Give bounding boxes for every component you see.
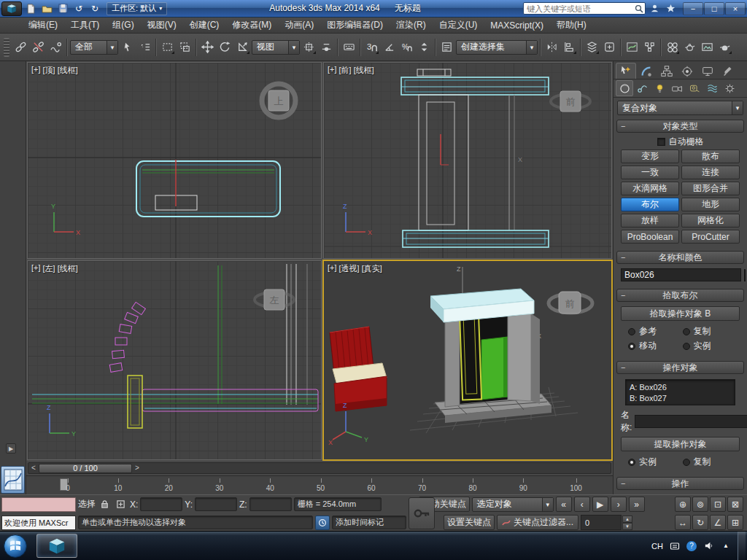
save-file-icon[interactable]	[55, 2, 70, 15]
redo-icon[interactable]: ↻	[88, 2, 102, 15]
z-coordinate-field[interactable]	[249, 497, 292, 511]
minimize-button[interactable]: −	[683, 2, 703, 15]
button-shapemerge[interactable]: 图形合并	[681, 182, 740, 195]
button-procutter[interactable]: ProCutter	[681, 230, 740, 244]
edit-named-sets-icon[interactable]	[438, 39, 455, 55]
language-indicator[interactable]: CH	[651, 542, 663, 551]
radio-copy[interactable]: 复制	[683, 325, 733, 338]
subtab-cameras[interactable]	[668, 80, 686, 96]
render-production-icon[interactable]	[716, 39, 733, 55]
subtab-lights[interactable]	[651, 80, 668, 96]
selection-lock-icon[interactable]	[98, 497, 112, 511]
select-and-link-icon[interactable]	[12, 39, 29, 55]
subtab-helpers[interactable]	[686, 80, 703, 96]
render-setup-icon[interactable]	[681, 39, 698, 55]
bind-to-spacewarp-icon[interactable]	[47, 39, 64, 55]
new-scene-icon[interactable]	[23, 2, 38, 15]
select-by-name-icon[interactable]	[136, 39, 153, 55]
align-icon[interactable]	[561, 39, 578, 55]
viewport-menu-button[interactable]: [+]	[31, 263, 41, 274]
start-button[interactable]	[1, 532, 29, 560]
tab-modify[interactable]	[636, 63, 657, 79]
button-boolean[interactable]: 布尔	[621, 198, 679, 211]
subtab-systems[interactable]	[721, 80, 738, 96]
rollout-operands-header[interactable]: − 操作对象	[616, 361, 744, 374]
time-slider-handle[interactable]: 0 / 100	[39, 464, 132, 473]
operand-row[interactable]: A: Box026	[627, 381, 733, 392]
go-to-end-button[interactable]: »	[629, 497, 645, 512]
spinner-snap-icon[interactable]	[416, 39, 433, 55]
volume-icon[interactable]	[703, 540, 714, 552]
object-name-input[interactable]	[621, 268, 741, 281]
viewport-left[interactable]: 左 Z Y [+] [左] [线框]	[28, 261, 321, 459]
spinner-down-icon[interactable]: ▼	[622, 523, 632, 530]
rollout-operation-header[interactable]: − 操作	[616, 477, 744, 490]
operand-name-input[interactable]	[635, 415, 747, 428]
set-key-button[interactable]: 设置关键点	[444, 515, 495, 530]
macro-recorder-field[interactable]	[1, 497, 76, 512]
fov-icon[interactable]: ∠	[710, 515, 726, 530]
spinner-up-icon[interactable]: ▲	[622, 516, 632, 523]
menu-maxscript[interactable]: MAXScript(X)	[484, 18, 550, 33]
menu-views[interactable]: 视图(V)	[141, 17, 183, 34]
time-next-button[interactable]: >	[132, 463, 142, 473]
radio-extract-copy[interactable]: 复制	[683, 456, 733, 468]
angle-snap-icon[interactable]	[381, 39, 398, 55]
subtab-shapes[interactable]	[633, 80, 651, 96]
pick-operand-b-button[interactable]: 拾取操作对象 B	[621, 306, 740, 321]
snap-toggle-icon[interactable]: 3	[363, 39, 380, 55]
tray-up-arrow-icon[interactable]: ▲	[720, 540, 732, 552]
operands-listbox[interactable]: A: Box026 B: Box027	[625, 379, 735, 405]
rendered-frame-icon[interactable]	[699, 39, 716, 55]
viewport-name-button[interactable]: [左]	[43, 263, 55, 274]
schematic-view-icon[interactable]	[641, 39, 658, 55]
select-object-icon[interactable]	[119, 39, 136, 55]
viewport-top[interactable]: 上 Y X [+] [顶] [线框]	[28, 63, 321, 258]
tab-hierarchy[interactable]	[657, 63, 677, 79]
mini-curve-editor-button[interactable]	[1, 466, 25, 494]
menu-help[interactable]: 帮助(H)	[550, 17, 593, 34]
select-and-rotate-icon[interactable]	[217, 39, 233, 55]
menu-modifiers[interactable]: 修改器(M)	[225, 17, 278, 34]
menu-animation[interactable]: 动画(A)	[278, 17, 320, 34]
viewport-menu-button[interactable]: [+]	[328, 65, 337, 76]
current-frame-field[interactable]: 0	[581, 515, 622, 530]
zoom-all-icon[interactable]: ⊚	[692, 497, 708, 512]
show-desktop-button[interactable]	[738, 532, 746, 560]
viewport-shading-button[interactable]: [线框]	[58, 263, 78, 274]
menu-graph-editors[interactable]: 图形编辑器(D)	[320, 17, 390, 34]
viewport-perspective[interactable]: Z X	[324, 261, 611, 459]
maximize-button[interactable]: □	[704, 2, 724, 15]
expand-trackbar-arrow-icon[interactable]: ▶	[6, 443, 16, 454]
menu-create[interactable]: 创建(C)	[183, 17, 226, 34]
viewport-shading-button[interactable]: [线框]	[58, 65, 78, 76]
workspace-dropdown[interactable]: 工作区: 默认 ▾	[107, 2, 167, 15]
time-tag-icon[interactable]	[315, 516, 330, 530]
tab-motion[interactable]	[677, 63, 697, 79]
track-bar[interactable]: 0 10 20 30 40 50 60 70 80 90 100	[26, 475, 613, 494]
viewport-name-button[interactable]: [前]	[339, 65, 352, 76]
menu-tools[interactable]: 工具(T)	[64, 17, 106, 34]
button-terrain[interactable]: 地形	[681, 198, 740, 211]
tab-display[interactable]	[697, 63, 718, 79]
pan-icon[interactable]: ↔	[675, 515, 691, 530]
viewport-front[interactable]: X 前 Z X [+]	[324, 63, 611, 258]
open-file-icon[interactable]	[39, 2, 54, 15]
y-coordinate-field[interactable]	[195, 497, 237, 511]
add-time-tag-field[interactable]: 添加时间标记	[332, 516, 406, 529]
absolute-mode-icon[interactable]	[114, 497, 128, 511]
previous-frame-button[interactable]: ‹	[574, 497, 590, 512]
orbit-icon[interactable]: ↻	[692, 515, 708, 530]
curve-editor-icon[interactable]	[624, 39, 640, 55]
favorites-icon[interactable]	[663, 2, 678, 15]
viewport-menu-button[interactable]: [+]	[31, 65, 41, 76]
maxscript-listener-field[interactable]: 欢迎使用 MAXScr	[1, 516, 76, 530]
subtab-spacewarps[interactable]	[703, 80, 721, 96]
search-icon[interactable]	[633, 2, 645, 15]
percent-snap-icon[interactable]: %	[398, 39, 415, 55]
fireplace-object[interactable]	[430, 289, 551, 423]
button-morph[interactable]: 变形	[621, 149, 679, 163]
viewport-shading-button[interactable]: [真实]	[362, 263, 382, 274]
window-crossing-icon[interactable]	[177, 39, 193, 55]
zoom-region-icon[interactable]: ⊠	[727, 497, 743, 512]
